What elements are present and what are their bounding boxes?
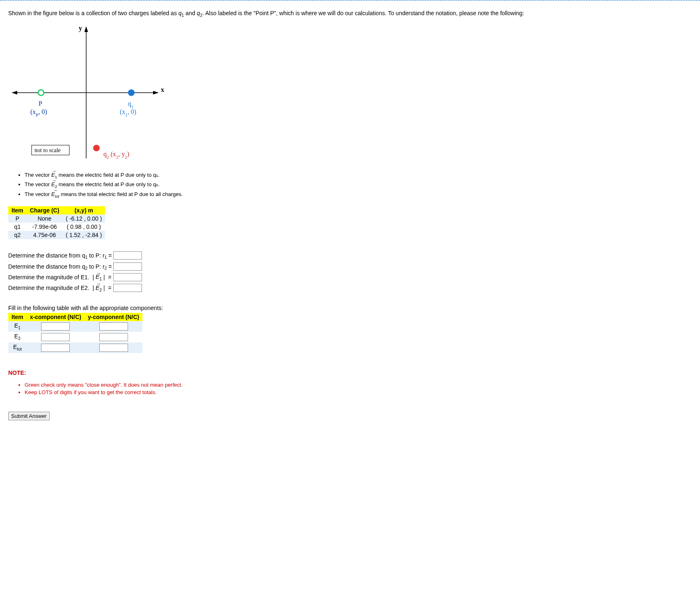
intro-text: Shown in the figure below is a collectio… (8, 9, 692, 19)
component-table: Item x-component (N/C) y-component (N/C)… (8, 313, 142, 353)
vector-symbol: Etot (51, 191, 59, 198)
r2-input[interactable] (113, 262, 142, 271)
bullet-list: The vector E1 means the electric field a… (8, 172, 692, 198)
cell: P (8, 214, 27, 223)
svg-text:(x1, 0): (x1, 0) (120, 108, 136, 117)
cell (27, 332, 85, 342)
question-row: Determine the magnitude of E1. | E1 | = (8, 273, 692, 281)
bullet-item: The vector Etot means the total electric… (25, 191, 692, 198)
question-row: Determine the distance from q1 to P: r1 … (8, 251, 692, 260)
e2-x-input[interactable] (41, 333, 70, 341)
svg-point-10 (93, 145, 100, 151)
note-header: NOTE: (8, 369, 692, 376)
table-row: Etot (8, 342, 142, 353)
bullet-text: means the electric field at P due only t… (59, 172, 160, 178)
cell: q1 (8, 223, 27, 231)
cell (85, 321, 142, 332)
question-block: Determine the distance from q1 to P: r1 … (8, 251, 692, 292)
note-list: Green check only means "close enough". I… (8, 382, 692, 395)
etot-x-input[interactable] (41, 344, 70, 352)
e1-mag-input[interactable] (113, 273, 142, 281)
th-item: Item (8, 206, 27, 214)
bullet-text: means the electric field at P due only t… (59, 181, 160, 187)
note-item: Keep LOTS of digits if you want to get t… (25, 389, 692, 395)
question-row: Determine the distance from q2 to P: r2 … (8, 262, 692, 271)
svg-text:y: y (79, 25, 82, 32)
svg-point-7 (128, 89, 135, 96)
th-xcomp: x-component (N/C) (27, 313, 85, 321)
th-ycomp: y-component (N/C) (85, 313, 142, 321)
cell: E1 (8, 321, 27, 332)
table-row: q1 -7.99e-06 ( 0.98 , 0.00 ) (8, 223, 105, 231)
cell: ( 0.98 , 0.00 ) (62, 223, 105, 231)
bullet-item: The vector E1 means the electric field a… (25, 172, 692, 179)
cell: E2 (8, 332, 27, 342)
cell: -7.99e-06 (27, 223, 63, 231)
th-charge: Charge (C) (27, 206, 63, 214)
cell (27, 321, 85, 332)
cell: ( 1.52 , -2.84 ) (62, 231, 105, 239)
table-row: P None ( -6.12 , 0.00 ) (8, 214, 105, 223)
r1-input[interactable] (113, 251, 142, 260)
charge-table: Item Charge (C) (x,y) m P None ( -6.12 ,… (8, 206, 105, 239)
th-xy: (x,y) m (62, 206, 105, 214)
cell: Etot (8, 342, 27, 353)
e1-y-input[interactable] (99, 322, 128, 331)
note-item: Green check only means "close enough". I… (25, 382, 692, 388)
svg-text:P: P (39, 100, 42, 107)
diagram: y x P (xP, 0) q1 (x1, 0) q2 (x2, y2) not… (8, 23, 692, 164)
svg-text:x: x (161, 86, 164, 93)
component-table-prompt: Fill in the following table with all the… (8, 305, 692, 311)
e2-mag-input[interactable] (113, 284, 142, 292)
question-row: Determine the magnitude of E2. | E2 | = (8, 284, 692, 292)
bullet-text: means the total electric field at P due … (61, 191, 183, 197)
table-row: q2 4.75e-06 ( 1.52 , -2.84 ) (8, 231, 105, 239)
svg-point-4 (38, 90, 44, 96)
bullet-text: The vector (25, 181, 51, 187)
table-row: E1 (8, 321, 142, 332)
cell: 4.75e-06 (27, 231, 63, 239)
svg-text:q2  (x2, y2): q2 (x2, y2) (103, 150, 129, 160)
table-row: E2 (8, 332, 142, 342)
etot-y-input[interactable] (99, 344, 128, 352)
cell (27, 342, 85, 353)
bullet-text: The vector (25, 191, 51, 197)
svg-text:not to scale: not to scale (34, 147, 61, 153)
cell (85, 342, 142, 353)
cell: q2 (8, 231, 27, 239)
th-item: Item (8, 313, 27, 321)
cell: None (27, 214, 63, 223)
cell (85, 332, 142, 342)
svg-text:q1: q1 (128, 100, 134, 109)
bullet-item: The vector E2 means the electric field a… (25, 181, 692, 189)
e1-x-input[interactable] (41, 322, 70, 331)
svg-text:(xP, 0): (xP, 0) (30, 108, 47, 117)
bullet-text: The vector (25, 172, 51, 178)
e2-y-input[interactable] (99, 333, 128, 341)
submit-answer-button[interactable]: Submit Answer (8, 412, 50, 420)
cell: ( -6.12 , 0.00 ) (62, 214, 105, 223)
